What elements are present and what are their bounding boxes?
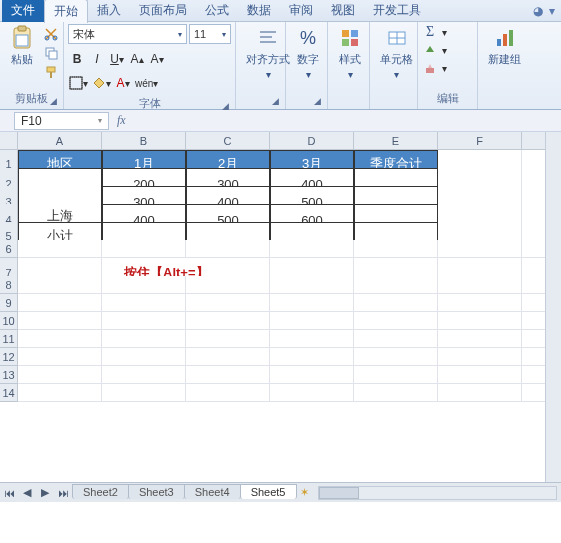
tab-review[interactable]: 审阅 bbox=[280, 0, 322, 22]
tab-nav-next-icon[interactable]: ▶ bbox=[36, 486, 54, 499]
ribbon-body: 粘贴 剪贴板◢ 宋体▾ 11▾ B I U▾ A▴ A▾ ▾ bbox=[0, 22, 561, 110]
sheet-tab[interactable]: Sheet3 bbox=[128, 484, 185, 499]
sheet-tab[interactable]: Sheet4 bbox=[184, 484, 241, 499]
group-label-clipboard: 剪贴板◢ bbox=[4, 90, 59, 107]
chart-icon bbox=[493, 26, 517, 50]
worksheet-grid[interactable]: ABCDEFG1地区1月2月3月季度合计2上海20030040033004005… bbox=[0, 132, 561, 502]
dialog-launcher-icon[interactable]: ◢ bbox=[50, 96, 57, 106]
scrollbar-vertical[interactable] bbox=[545, 132, 561, 482]
sheet-tab-active[interactable]: Sheet5 bbox=[240, 484, 297, 499]
tab-layout[interactable]: 页面布局 bbox=[130, 0, 196, 22]
scrollbar-horizontal[interactable] bbox=[318, 486, 558, 500]
svg-rect-14 bbox=[342, 30, 349, 37]
font-size-combo[interactable]: 11▾ bbox=[189, 24, 231, 44]
newgroup-button[interactable]: 新建组 bbox=[482, 24, 527, 69]
svg-rect-16 bbox=[342, 39, 349, 46]
svg-rect-10 bbox=[70, 77, 82, 89]
underline-button[interactable]: U▾ bbox=[108, 50, 126, 68]
sheet-tabs-bar: ⏮ ◀ ▶ ⏭ Sheet2 Sheet3 Sheet4 Sheet5 ✶ bbox=[0, 482, 561, 502]
tab-formula[interactable]: 公式 bbox=[196, 0, 238, 22]
fill-icon[interactable] bbox=[422, 42, 438, 58]
clipboard-icon bbox=[10, 26, 34, 50]
cut-icon[interactable] bbox=[43, 26, 59, 42]
svg-rect-22 bbox=[497, 39, 501, 46]
style-button[interactable]: 样式▾ bbox=[332, 24, 368, 82]
svg-rect-9 bbox=[70, 77, 82, 89]
svg-rect-7 bbox=[47, 67, 55, 72]
tab-nav-prev-icon[interactable]: ◀ bbox=[18, 486, 36, 499]
group-label-font: 字体◢ bbox=[68, 95, 231, 112]
copy-icon[interactable] bbox=[43, 45, 59, 61]
tab-data[interactable]: 数据 bbox=[238, 0, 280, 22]
tab-nav-last-icon[interactable]: ⏭ bbox=[54, 487, 72, 499]
cells-button[interactable]: 单元格▾ bbox=[374, 24, 419, 82]
svg-rect-15 bbox=[351, 30, 358, 37]
tab-nav-first-icon[interactable]: ⏮ bbox=[0, 487, 18, 499]
tab-insert[interactable]: 插入 bbox=[88, 0, 130, 22]
fx-icon[interactable]: fx bbox=[117, 113, 126, 128]
clear-icon[interactable] bbox=[422, 60, 438, 76]
format-painter-icon[interactable] bbox=[43, 64, 59, 80]
italic-button[interactable]: I bbox=[88, 50, 106, 68]
dialog-launcher-icon[interactable]: ◢ bbox=[314, 96, 321, 106]
phonetic-button[interactable]: wén▾ bbox=[134, 74, 159, 92]
svg-rect-17 bbox=[351, 39, 358, 46]
font-color-button[interactable]: A▾ bbox=[114, 74, 132, 92]
shrink-font-button[interactable]: A▾ bbox=[148, 50, 166, 68]
bold-button[interactable]: B bbox=[68, 50, 86, 68]
minimize-ribbon-icon[interactable]: ▾ bbox=[549, 4, 555, 18]
paste-button[interactable]: 粘贴 bbox=[4, 24, 40, 69]
number-button[interactable]: %数字▾ bbox=[290, 24, 326, 82]
style-icon bbox=[338, 26, 362, 50]
svg-rect-24 bbox=[509, 30, 513, 46]
border-button[interactable]: ▾ bbox=[68, 74, 89, 92]
cells-icon bbox=[385, 26, 409, 50]
sheet-tab[interactable]: Sheet2 bbox=[72, 484, 129, 499]
name-box[interactable]: F10▾ bbox=[14, 112, 109, 130]
align-icon bbox=[256, 26, 280, 50]
tab-view[interactable]: 视图 bbox=[322, 0, 364, 22]
percent-icon: % bbox=[296, 26, 320, 50]
tab-dev[interactable]: 开发工具 bbox=[364, 0, 430, 22]
fill-color-button[interactable]: ▾ bbox=[91, 74, 112, 92]
dialog-launcher-icon[interactable]: ◢ bbox=[222, 101, 229, 111]
new-sheet-icon[interactable]: ✶ bbox=[296, 486, 314, 499]
svg-rect-1 bbox=[18, 26, 26, 31]
tab-home[interactable]: 开始 bbox=[44, 0, 88, 23]
dialog-launcher-icon[interactable]: ◢ bbox=[272, 96, 279, 106]
svg-rect-21 bbox=[426, 68, 434, 73]
paste-label: 粘贴 bbox=[11, 52, 33, 67]
ribbon-tabs: 文件 开始 插入 页面布局 公式 数据 审阅 视图 开发工具 ◕ ▾ bbox=[0, 0, 561, 22]
autosum-icon[interactable]: Σ bbox=[422, 24, 438, 40]
group-label-edit: 编辑 bbox=[422, 90, 473, 107]
grow-font-button[interactable]: A▴ bbox=[128, 50, 146, 68]
svg-rect-8 bbox=[50, 72, 52, 78]
help-icon[interactable]: ◕ bbox=[533, 4, 543, 18]
svg-rect-2 bbox=[16, 35, 28, 46]
svg-rect-23 bbox=[503, 34, 507, 46]
svg-rect-6 bbox=[49, 51, 57, 59]
font-name-combo[interactable]: 宋体▾ bbox=[68, 24, 187, 44]
formula-bar: F10▾ fx bbox=[0, 110, 561, 132]
tab-file[interactable]: 文件 bbox=[2, 0, 44, 22]
